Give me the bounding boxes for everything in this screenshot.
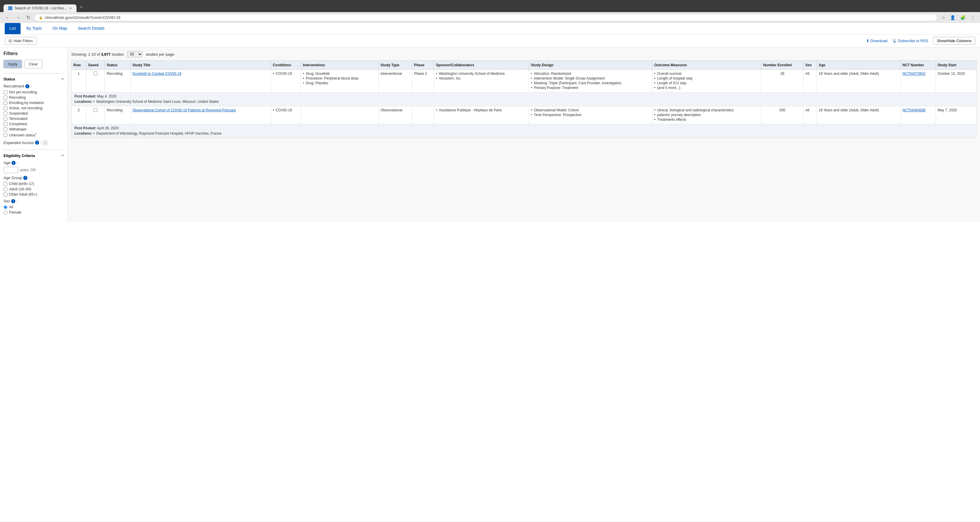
app: List By Topic On Map Search Details ⊟ Hi… [0,23,980,521]
label-adult: Adult (18–64) [9,187,31,191]
filter-child: Child (birth–17) [3,182,64,186]
header-row: Row Saved Status Study Title Conditions … [72,61,977,70]
recruitment-label: Recruitment i : [3,84,64,88]
first-posted-label: First Posted: [75,94,96,98]
download-label: Download [870,38,888,43]
outcome-item: clinical, biological and radiological ch… [654,108,759,112]
intervention-item: Drug: Duvelisib [303,72,377,76]
expanded-access-expand-button[interactable]: + [43,140,48,145]
bookmark-button[interactable]: ☆ [940,14,947,21]
per-page-select[interactable]: 10 25 50 100 [127,51,142,57]
checkbox-child[interactable] [3,182,7,186]
cell-saved[interactable] [86,70,105,93]
toolbar-left: ⊟ Hide Filters [5,37,37,45]
active-tab[interactable]: Search of: COVID-19 - List Res... ✕ [3,5,76,12]
eligibility-collapse-icon[interactable]: − [61,153,64,158]
eligibility-filter-section: Eligibility Criteria − Age i : years OR … [3,150,64,219]
tab-search-details[interactable]: Search Details [73,23,109,34]
save-checkbox[interactable] [94,108,97,112]
label-active-not-recruiting: Active, not recruiting [9,106,42,110]
cell-saved[interactable] [86,106,105,125]
save-checkbox[interactable] [94,72,97,75]
download-link[interactable]: ⬇ Download [866,38,888,43]
checkbox-adult[interactable] [3,187,7,191]
checkbox-terminated[interactable] [3,117,7,121]
url-text: clinicaltrials.gov/ct2/results?cond=COVI… [45,15,120,20]
status-collapse-icon[interactable]: − [61,76,64,81]
sex-info-icon[interactable]: i [11,199,15,203]
filters-title: Filters [3,51,64,56]
download-icon: ⬇ [866,38,869,43]
filter-withdrawn: Withdrawn [3,127,64,131]
intervention-item: Procedure: Peripheral blood draw [303,76,377,80]
table-body: 1RecruitingDuvelisib to Combat COVID-19C… [72,70,977,138]
forward-button[interactable]: → [14,14,22,21]
address-bar[interactable]: 🔒 clinicaltrials.gov/ct2/results?cond=CO… [35,14,938,21]
radio-sex-female[interactable] [3,211,7,214]
menu-button[interactable]: ⋮ [969,14,977,21]
filter-enrolling-by-invitation: Enrolling by invitation [3,101,64,105]
study-title-link[interactable]: Duvelisib to Combat COVID-19 [132,72,181,76]
checkbox-unknown-status[interactable] [3,133,7,137]
outcome-item: Overall survival [654,72,759,76]
nct-number-link[interactable]: NCT04364698 [903,108,926,112]
checkbox-older-adult[interactable] [3,193,7,196]
checkbox-not-yet-recruiting[interactable] [3,91,7,94]
top-nav: List By Topic On Map Search Details [0,23,980,35]
recruitment-info-icon[interactable]: i [25,84,29,88]
design-item: Intervention Model: Single Group Assignm… [531,76,651,80]
toolbar-right: ⬇ Download 📡 Subscribe to RSS Show/Hide … [866,37,975,45]
hide-filters-button[interactable]: ⊟ Hide Filters [5,37,37,45]
age-label: Age i : [3,161,64,165]
clear-button[interactable]: Clear [24,60,42,68]
main-content: Filters Apply Clear Status − Recruitment… [0,48,980,222]
profile-button[interactable]: 👤 [948,14,957,21]
filter-not-yet-recruiting: Not yet recruiting [3,90,64,94]
checkbox-active-not-recruiting[interactable] [3,106,7,110]
age-group-info-icon[interactable]: i [23,176,27,180]
first-posted-value: April 28, 2020 [97,126,119,130]
first-posted-row: First Posted: May 4, 2020 [75,94,973,98]
age-info-icon[interactable]: i [11,161,16,165]
label-terminated: Terminated [9,117,27,121]
show-hide-columns-button[interactable]: Show/Hide Columns [933,37,975,45]
cell-status: Recruiting [105,70,130,93]
expanded-access-row: Expanded Access i : + [3,140,64,145]
checkbox-completed[interactable] [3,122,7,126]
new-tab-button[interactable]: + [76,2,86,12]
tab-by-topic[interactable]: By Topic [22,23,47,34]
nct-number-link[interactable]: NCT04372602 [903,72,926,76]
study-title-link[interactable]: Observational Cohort of COVID-19 Patient… [132,108,236,112]
lock-icon: 🔒 [39,16,43,19]
filter-older-adult: Older Adult (65+) [3,192,64,196]
browser-tabs: Search of: COVID-19 - List Res... ✕ + [3,2,977,12]
label-child: Child (birth–17) [9,182,34,186]
checkbox-suspended[interactable] [3,112,7,115]
table-row: 2RecruitingObservational Cohort of COVID… [72,106,977,125]
tab-close-button[interactable]: ✕ [69,6,72,10]
age-group-label: Age Group i [3,176,64,180]
filter-suspended: Suspended [3,111,64,115]
tab-list[interactable]: List [5,23,21,34]
row-footer-cell: First Posted: April 28, 2020Locations: D… [72,125,977,138]
outcome-item: Length of ICU stay [654,81,759,85]
checkbox-recruiting[interactable] [3,96,7,100]
results-area: Showing: 1-10 of 3,977 studies 10 25 50 … [68,48,980,222]
expanded-access-info-icon[interactable]: i [35,140,39,145]
eligibility-section-header[interactable]: Eligibility Criteria − [3,153,64,158]
outcome-item: Length of hospital stay [654,76,759,80]
age-input[interactable] [3,167,18,173]
apply-button[interactable]: Apply [3,60,22,68]
extensions-button[interactable]: 🧩 [959,14,967,21]
tab-on-map[interactable]: On Map [48,23,72,34]
filter-sex-all: All [3,205,64,209]
radio-sex-all[interactable] [3,205,7,209]
subscribe-rss-link[interactable]: 📡 Subscribe to RSS [892,38,929,43]
back-button[interactable]: ← [3,14,12,21]
cell-conditions: COVID-19 [271,70,301,93]
cell-age: 18 Years and older (Adult, Older Adult) [817,70,900,93]
checkbox-withdrawn[interactable] [3,128,7,131]
checkbox-enrolling-by-invitation[interactable] [3,101,7,105]
status-section-header[interactable]: Status − [3,76,64,81]
refresh-button[interactable]: ↻ [25,14,32,21]
